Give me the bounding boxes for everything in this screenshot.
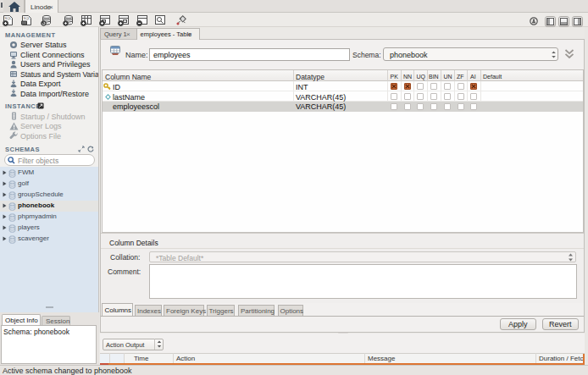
- svg-text:SQL: SQL: [24, 16, 31, 20]
- svg-text:SQL: SQL: [5, 16, 13, 20]
